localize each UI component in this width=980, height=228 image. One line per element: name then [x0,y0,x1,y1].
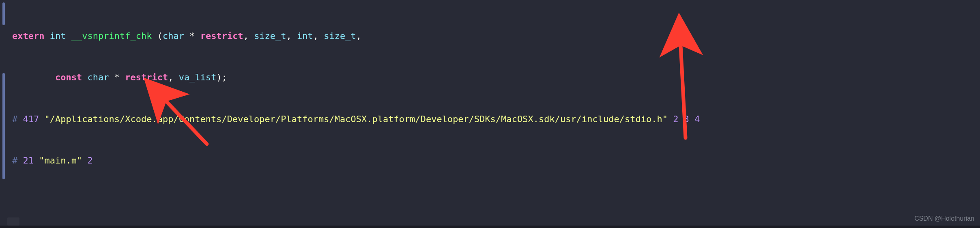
editor-gutter [0,0,7,228]
code-line: extern int __vsnprintf_chk (char * restr… [12,29,978,43]
code-line: # 21 "main.m" 2 [12,154,978,168]
gutter-marker [2,73,5,179]
scrollbar-thumb[interactable] [7,217,19,226]
code-line: const char * restrict, va_list); [12,71,978,84]
code-area[interactable]: extern int __vsnprintf_chk (char * restr… [12,2,978,228]
watermark-text: CSDN @Holothurian [914,214,974,224]
code-line [12,195,978,209]
gutter-marker [2,2,5,25]
status-bar [0,226,980,228]
code-line: # 417 "/Applications/Xcode.app/Contents/… [12,112,978,126]
